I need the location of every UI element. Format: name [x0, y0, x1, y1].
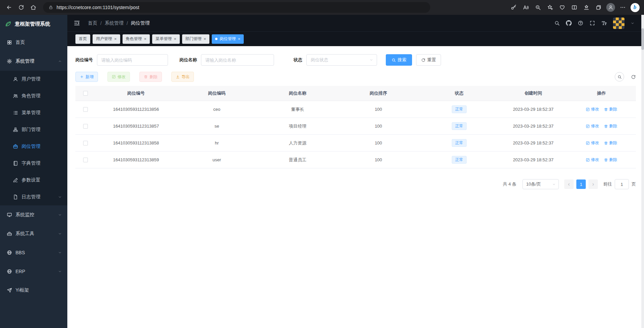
back-button[interactable]: [3, 2, 15, 13]
copilot-button[interactable]: b: [629, 2, 641, 13]
page-content: 岗位编号 岗位名称 状态 岗位状态 搜索 重置: [67, 46, 644, 328]
tab-item[interactable]: 部门管理×: [182, 34, 210, 44]
reset-button[interactable]: 重置: [416, 54, 441, 66]
sidebar-item-system-monitor[interactable]: 系统监控: [0, 205, 67, 224]
sidebar-item-dept-management[interactable]: 部门管理: [0, 121, 67, 138]
tab-close-icon[interactable]: ×: [114, 37, 117, 41]
download-icon: [176, 75, 180, 79]
more-options-button[interactable]: [617, 2, 629, 13]
github-icon[interactable]: [566, 20, 572, 26]
tab-close-icon[interactable]: ×: [144, 37, 147, 41]
row-edit-link[interactable]: 修改: [586, 140, 599, 146]
post-code-input[interactable]: [97, 54, 168, 66]
next-page-button[interactable]: ›: [588, 179, 598, 189]
tab-item[interactable]: 用户管理×: [93, 34, 120, 44]
refresh-button[interactable]: [15, 2, 27, 13]
sidebar-item-param-settings[interactable]: 参数设置: [0, 172, 67, 189]
sidebar-item-erp[interactable]: ERP: [0, 262, 67, 281]
sidebar-item-yi-framework[interactable]: Yi框架: [0, 281, 67, 300]
sidebar-item-dict-management[interactable]: 字典管理: [0, 155, 67, 172]
page-size-select[interactable]: 10条/页: [522, 179, 559, 189]
export-button[interactable]: 导出: [171, 72, 194, 82]
tab-item[interactable]: 角色管理×: [123, 34, 150, 44]
sidebar-item-role-management[interactable]: 角色管理: [0, 88, 67, 104]
sidebar-item-home[interactable]: 首页: [0, 33, 67, 52]
edit-icon: [13, 177, 18, 183]
edit-button[interactable]: 修改: [107, 72, 130, 82]
add-favorite-button[interactable]: [544, 2, 556, 13]
collections-button[interactable]: [593, 2, 604, 13]
post-name: 人力资源: [289, 140, 306, 146]
help-icon[interactable]: [578, 20, 583, 26]
zoom-button[interactable]: [532, 2, 544, 13]
sidebar-item-user-management[interactable]: 用户管理: [0, 71, 67, 88]
row-edit-link[interactable]: 修改: [586, 123, 599, 129]
tab-item-active[interactable]: 岗位管理×: [212, 34, 244, 44]
tab-item[interactable]: 首页: [75, 34, 90, 44]
sidebar-item-post-management[interactable]: 岗位管理: [0, 138, 67, 155]
tab-label: 首页: [79, 36, 87, 42]
browser-essentials-button[interactable]: [556, 2, 568, 13]
status-badge: 正常: [452, 139, 467, 147]
sidebar-item-system-tools[interactable]: 系统工具: [0, 224, 67, 243]
row-delete-link[interactable]: 删除: [604, 140, 617, 146]
browser-toolbar: https://ccnetcore.com:1101/system/post b: [0, 0, 644, 15]
row-delete-link[interactable]: 删除: [604, 157, 617, 163]
current-page-button[interactable]: 1: [576, 179, 586, 189]
tab-close-icon[interactable]: ×: [174, 37, 176, 41]
scrollbar-thumb[interactable]: [641, 28, 644, 50]
prev-page-button[interactable]: ‹: [564, 179, 574, 189]
sidebar-item-system-management[interactable]: 系统管理: [0, 52, 67, 71]
delete-button[interactable]: 删除: [139, 72, 162, 82]
page-unit-label: 页: [632, 181, 636, 187]
sidebar-item-label: 用户管理: [22, 76, 40, 82]
row-checkbox[interactable]: [83, 107, 88, 112]
saved-passwords-button[interactable]: [508, 2, 519, 13]
post-name-label: 岗位名称: [179, 57, 197, 63]
column-header-label: 操作: [597, 90, 606, 96]
toggle-search-button[interactable]: [615, 72, 624, 81]
row-edit-link[interactable]: 修改: [586, 106, 599, 112]
tab-close-icon[interactable]: ×: [238, 37, 240, 41]
edit-icon: [586, 141, 590, 145]
row-delete-link[interactable]: 删除: [604, 106, 617, 112]
refresh-table-button[interactable]: [631, 74, 636, 79]
search-icon[interactable]: [554, 20, 560, 26]
row-checkbox[interactable]: [83, 141, 88, 145]
address-bar[interactable]: https://ccnetcore.com:1101/system/post: [43, 2, 430, 13]
user-avatar[interactable]: [613, 18, 624, 29]
home-button[interactable]: [28, 2, 39, 13]
page-scrollbar[interactable]: [641, 15, 644, 328]
favorites-button[interactable]: [581, 2, 592, 13]
add-button-label: 新增: [86, 74, 94, 80]
chevron-down-icon[interactable]: [631, 21, 635, 25]
row-edit-link[interactable]: 修改: [586, 157, 599, 163]
select-all-checkbox[interactable]: [83, 91, 88, 96]
goto-page-input[interactable]: [615, 179, 629, 189]
row-delete-link[interactable]: 删除: [604, 123, 617, 129]
profile-button[interactable]: [605, 2, 616, 13]
menu-fold-icon[interactable]: [73, 20, 80, 27]
status-select[interactable]: 岗位状态: [306, 54, 377, 66]
sidebar-item-menu-management[interactable]: 菜单管理: [0, 104, 67, 121]
read-aloud-button[interactable]: [520, 2, 532, 13]
breadcrumb-item[interactable]: 首页: [88, 20, 97, 26]
fullscreen-icon[interactable]: [589, 20, 595, 26]
sidebar-item-bbs[interactable]: BBS: [0, 243, 67, 262]
sidebar-item-log-management[interactable]: 日志管理: [0, 189, 67, 205]
breadcrumb-item[interactable]: 系统管理: [105, 20, 124, 26]
row-checkbox[interactable]: [83, 158, 88, 162]
table-header-row: 岗位编号岗位编码岗位名称岗位排序状态创建时间操作: [75, 86, 636, 101]
tab-item[interactable]: 菜单管理×: [152, 34, 180, 44]
post-name-input[interactable]: [201, 54, 274, 66]
split-screen-button[interactable]: [569, 2, 580, 13]
row-checkbox[interactable]: [83, 124, 88, 129]
search-button[interactable]: 搜索: [386, 54, 412, 66]
refresh-icon: [18, 4, 24, 10]
tab-close-icon[interactable]: ×: [204, 37, 206, 41]
add-button[interactable]: 新增: [75, 72, 98, 82]
font-size-icon[interactable]: [601, 20, 607, 26]
sidebar-item-label: 角色管理: [22, 93, 40, 99]
split-screen-icon: [571, 4, 577, 10]
sidebar-menu: 首页系统管理用户管理角色管理菜单管理部门管理岗位管理字典管理参数设置日志管理系统…: [0, 33, 67, 300]
